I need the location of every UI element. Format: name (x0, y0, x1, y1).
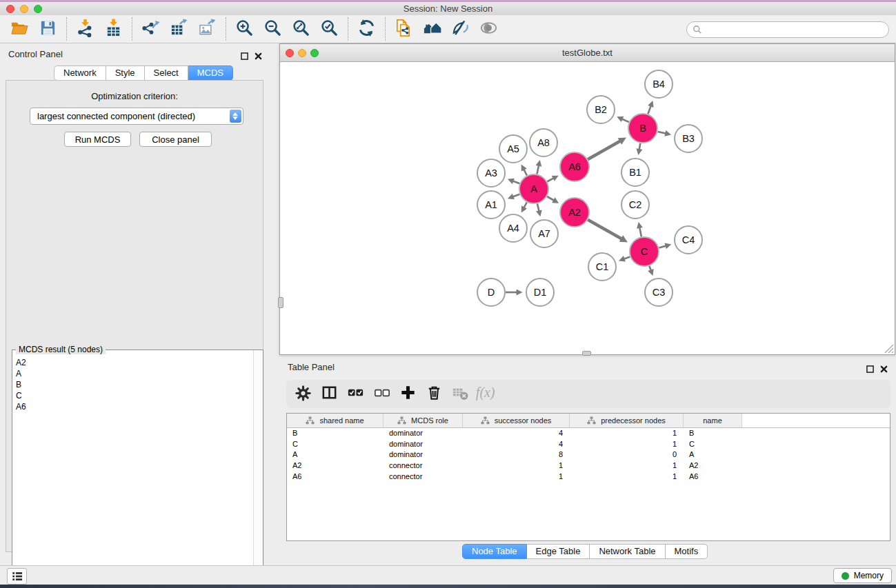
graph-node-C1[interactable]: C1 (588, 253, 616, 281)
zoom-selected-button[interactable] (318, 16, 341, 42)
column-header-successor-nodes[interactable]: successor nodes (463, 414, 570, 428)
table-row-A2[interactable]: A2connector11A2 (287, 460, 890, 472)
duplicate-network-button[interactable] (392, 16, 415, 42)
float-table-panel-icon[interactable] (866, 363, 874, 376)
task-history-button[interactable] (7, 568, 27, 585)
tab-node-table[interactable]: Node Table (462, 544, 527, 559)
mcds-result-item[interactable]: A (12, 368, 254, 379)
graph-edge-A-A1[interactable] (513, 194, 520, 197)
graph-edge-A-A3[interactable] (513, 181, 520, 184)
delete-row-button[interactable] (423, 381, 446, 407)
mcds-result-item[interactable]: B (12, 379, 254, 390)
tab-network[interactable]: Network (54, 65, 106, 81)
graph-node-B[interactable]: B (628, 114, 657, 143)
zoom-traffic-light[interactable] (34, 5, 42, 13)
cell-MCDS-role[interactable]: connector (384, 460, 463, 472)
cell-successor-nodes[interactable]: 1 (463, 460, 570, 472)
cell-MCDS-role[interactable]: dominator (384, 428, 463, 439)
graph-edge-B-B2[interactable] (622, 119, 629, 122)
cell-name[interactable]: A (684, 449, 742, 460)
cell-predecessor-nodes[interactable]: 1 (570, 428, 684, 439)
export-image-button[interactable] (196, 16, 219, 42)
mcds-result-item[interactable]: C (12, 390, 254, 401)
cell-name[interactable]: C (684, 439, 742, 450)
graph-node-D1[interactable]: D1 (526, 278, 554, 306)
minimize-traffic-light[interactable] (20, 5, 28, 13)
graph-node-A1[interactable]: A1 (477, 191, 505, 219)
graph-node-B1[interactable]: B1 (621, 159, 649, 186)
close-table-panel-icon[interactable] (880, 363, 888, 376)
graph-edge-A-A4[interactable] (524, 203, 527, 207)
graph-node-A6[interactable]: A6 (560, 152, 589, 181)
mcds-result-item[interactable]: A2 (12, 357, 254, 368)
column-header-name[interactable]: name (684, 414, 742, 428)
graph-node-A8[interactable]: A8 (530, 129, 557, 156)
graph-node-A[interactable]: A (519, 174, 548, 203)
table-row-C[interactable]: Cdominator41C (287, 439, 890, 450)
cell-name[interactable]: A2 (684, 460, 742, 472)
zoom-fit-button[interactable] (290, 16, 312, 42)
graph-edge-A-A7[interactable] (537, 203, 539, 211)
memory-button[interactable]: Memory (833, 568, 892, 583)
cell-MCDS-role[interactable]: dominator (384, 449, 463, 460)
tab-network-table[interactable]: Network Table (590, 544, 665, 559)
result-scrollbar[interactable] (253, 350, 263, 585)
cell-predecessor-nodes[interactable]: 1 (570, 439, 684, 450)
run-mcds-button[interactable]: Run MCDS (64, 132, 131, 147)
column-header-shared-name[interactable]: shared name (287, 414, 384, 428)
graph-node-B4[interactable]: B4 (645, 70, 673, 98)
zoom-out-button[interactable] (261, 16, 284, 42)
network-minimize-traffic-light[interactable] (298, 49, 306, 57)
show-preview-button[interactable] (477, 16, 500, 42)
graph-node-A4[interactable]: A4 (499, 214, 527, 242)
table-row-B[interactable]: Bdominator41B (287, 428, 890, 439)
graph-edge-B-B4[interactable] (648, 106, 650, 114)
search-box[interactable] (686, 21, 889, 38)
cell-successor-nodes[interactable]: 4 (463, 439, 570, 450)
cell-predecessor-nodes[interactable]: 0 (570, 449, 684, 460)
close-panel-button[interactable]: Close panel (139, 132, 212, 147)
add-column-button[interactable] (397, 381, 419, 407)
graph-edge-C-C1[interactable] (624, 257, 630, 259)
close-panel-icon[interactable] (255, 50, 262, 63)
toggle-graphics-details-button[interactable] (449, 16, 472, 42)
optimization-criterion-select[interactable]: largest connected component (directed) (30, 108, 243, 125)
graph-node-C[interactable]: C (630, 237, 659, 266)
graph-edge-A-A6[interactable] (547, 179, 553, 182)
graph-node-C3[interactable]: C3 (645, 278, 673, 306)
table-row-A[interactable]: Adominator80A (287, 449, 890, 460)
home-view-button[interactable] (421, 16, 444, 42)
cell-successor-nodes[interactable]: 4 (463, 428, 570, 439)
cell-name[interactable]: A6 (684, 472, 742, 483)
network-zoom-traffic-light[interactable] (310, 49, 319, 57)
graph-edge-A-A2[interactable] (547, 196, 554, 201)
network-vertical-scroll-thumb[interactable] (278, 297, 283, 308)
graph-node-C4[interactable]: C4 (675, 226, 702, 254)
graph-node-A2[interactable]: A2 (560, 198, 589, 227)
network-window-titlebar[interactable]: testGlobe.txt (280, 44, 895, 62)
cell-shared-name[interactable]: B (287, 428, 384, 439)
graph-node-C2[interactable]: C2 (621, 191, 649, 219)
export-table-button[interactable] (168, 16, 190, 42)
open-file-button[interactable] (8, 16, 31, 42)
graph-node-B3[interactable]: B3 (675, 125, 702, 152)
cell-name[interactable]: B (684, 428, 742, 439)
tab-edge-table[interactable]: Edge Table (527, 544, 590, 559)
graph-edge-A6-B[interactable] (588, 141, 620, 160)
network-close-traffic-light[interactable] (286, 49, 294, 57)
graph-edge-C-C2[interactable] (639, 227, 641, 236)
split-columns-button[interactable] (318, 381, 341, 407)
deselect-all-button[interactable] (370, 381, 393, 407)
graph-node-A5[interactable]: A5 (499, 135, 527, 163)
import-table-button[interactable] (102, 16, 125, 42)
export-network-button[interactable] (139, 16, 162, 42)
cell-shared-name[interactable]: A (287, 449, 384, 460)
refresh-button[interactable] (355, 16, 378, 42)
import-network-button[interactable] (74, 16, 97, 42)
graph-edge-C-C4[interactable] (659, 246, 666, 248)
select-all-button[interactable] (344, 381, 367, 407)
tab-style[interactable]: Style (106, 65, 145, 81)
graph-node-B2[interactable]: B2 (587, 96, 615, 123)
graph-edge-C-C3[interactable] (649, 266, 650, 270)
graph-node-A3[interactable]: A3 (477, 159, 505, 187)
